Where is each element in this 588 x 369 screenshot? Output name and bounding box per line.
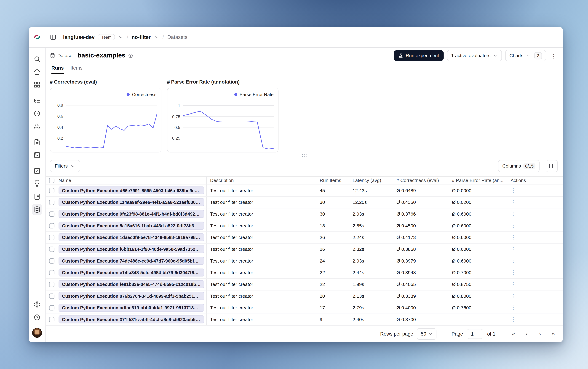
run-name-link[interactable]: Custom Python Execution 076b2704-341d-48…	[59, 292, 204, 300]
table-row[interactable]: Custom Python Execution 371f531c-abff-4d…	[46, 314, 563, 326]
row-actions-menu[interactable]: ⋮	[510, 235, 516, 240]
table-row[interactable]: Custom Python Execution 114aa9ef-29e6-4e…	[46, 197, 563, 208]
row-checkbox[interactable]	[49, 200, 54, 205]
page-input[interactable]	[467, 329, 483, 339]
row-checkbox[interactable]	[49, 235, 54, 240]
row-checkbox[interactable]	[49, 211, 54, 217]
search-icon[interactable]	[32, 54, 42, 64]
row-checkbox[interactable]	[49, 246, 54, 252]
table-row[interactable]: Custom Python Execution 5a15a616-1bab-44…	[46, 220, 563, 232]
correctness-value: Ø 0.3948	[393, 270, 449, 275]
breadcrumb-org[interactable]: langfuse-dev	[63, 34, 95, 40]
row-actions-menu[interactable]: ⋮	[510, 188, 516, 193]
latency-value: 2.24s	[349, 235, 393, 240]
table-view-icon[interactable]	[546, 160, 558, 172]
row-checkbox[interactable]	[49, 270, 54, 275]
run-name-link[interactable]: Custom Python Execution adfae619-abb0-4d…	[59, 304, 204, 312]
row-checkbox[interactable]	[49, 282, 54, 287]
run-name-link[interactable]: Custom Python Execution 114aa9ef-29e6-4e…	[59, 198, 204, 206]
correctness-value: Ø 0.3700	[393, 317, 449, 322]
run-items-value: 17	[317, 305, 349, 310]
row-checkbox[interactable]	[49, 305, 54, 310]
pagination: « ‹ › »	[509, 329, 558, 338]
row-checkbox[interactable]	[49, 294, 54, 299]
tab-runs[interactable]: Runs	[51, 65, 64, 74]
sidebar-toggle-icon[interactable]	[50, 34, 56, 40]
row-actions-menu[interactable]: ⋮	[510, 317, 516, 322]
latency-value: 1.99s	[349, 282, 393, 287]
run-name-link[interactable]: Custom Python Execution 1daec0f9-5e78-43…	[59, 234, 204, 242]
charts-dropdown[interactable]: Charts 2	[505, 50, 546, 61]
next-page-icon[interactable]: ›	[535, 329, 545, 338]
table-row[interactable]: Custom Python Execution 076b2704-341d-48…	[46, 290, 563, 302]
prompts-icon[interactable]	[32, 137, 42, 147]
run-description: Test our filter creator	[207, 200, 317, 205]
row-actions-menu[interactable]: ⋮	[510, 305, 516, 311]
table-row[interactable]: Custom Python Execution fe91b83e-04a5-47…	[46, 279, 563, 290]
settings-gear-icon[interactable]	[32, 299, 42, 310]
row-actions-menu[interactable]: ⋮	[510, 211, 516, 217]
tracing-icon[interactable]	[32, 95, 42, 106]
row-actions-menu[interactable]: ⋮	[510, 282, 516, 287]
run-name-link[interactable]: Custom Python Execution d66e7991-8595-45…	[59, 186, 204, 195]
run-experiment-button[interactable]: Run experiment	[394, 50, 444, 61]
row-checkbox[interactable]	[49, 258, 54, 264]
active-evaluators-dropdown[interactable]: 1 active evaluators	[447, 50, 502, 61]
app-window: langfuse-dev Team / no-filter / Datasets	[29, 27, 563, 342]
row-checkbox[interactable]	[49, 223, 54, 228]
row-checkbox[interactable]	[49, 188, 54, 193]
playground-icon[interactable]	[32, 150, 42, 160]
table-row[interactable]: Custom Python Execution d66e7991-8595-45…	[46, 185, 563, 197]
run-name-link[interactable]: Custom Python Execution 371f531c-abff-4d…	[59, 316, 204, 324]
table-row[interactable]: Custom Python Execution adfae619-abb0-4d…	[46, 302, 563, 314]
langfuse-logo-icon[interactable]	[29, 33, 45, 41]
user-avatar[interactable]	[32, 328, 42, 338]
table-row[interactable]: Custom Python Execution f6bb1614-1f90-40…	[46, 244, 563, 255]
first-page-icon[interactable]: «	[509, 329, 518, 338]
row-actions-menu[interactable]: ⋮	[510, 293, 516, 299]
info-icon[interactable]	[128, 53, 133, 58]
table-row[interactable]: Custom Python Execution e14fa348-5cfc-49…	[46, 267, 563, 279]
annotation-icon[interactable]	[32, 179, 42, 189]
chevron-down-icon[interactable]	[154, 35, 159, 39]
filters-button[interactable]: Filters	[50, 160, 80, 172]
run-name-link[interactable]: Custom Python Execution f6bb1614-1f90-40…	[59, 245, 204, 253]
breadcrumb-project[interactable]: no-filter	[132, 34, 151, 40]
chevron-down-icon[interactable]	[118, 35, 123, 39]
help-icon[interactable]	[32, 312, 42, 323]
table-row[interactable]: Custom Python Execution 74de488e-ec9d-47…	[46, 255, 563, 267]
row-actions-menu[interactable]: ⋮	[510, 246, 516, 252]
sessions-icon[interactable]	[32, 108, 42, 119]
table-row[interactable]: Custom Python Execution 1daec0f9-5e78-43…	[46, 232, 563, 244]
row-actions-menu[interactable]: ⋮	[510, 258, 516, 264]
header-actions-menu[interactable]: ⋮	[549, 53, 558, 58]
rows-per-page-select[interactable]: 50	[417, 328, 436, 340]
datasets-icon[interactable]	[32, 204, 42, 215]
breadcrumb-section[interactable]: Datasets	[167, 34, 187, 40]
legend-dot-icon	[234, 93, 237, 96]
run-name-link[interactable]: Custom Python Execution 74de488e-ec9d-47…	[59, 257, 204, 265]
users-icon[interactable]	[32, 121, 42, 132]
prev-page-icon[interactable]: ‹	[522, 329, 531, 338]
table-row[interactable]: Custom Python Execution 9fe23f98-881e-44…	[46, 208, 563, 220]
columns-button[interactable]: Columns 8/15	[498, 160, 539, 172]
run-name-link[interactable]: Custom Python Execution fe91b83e-04a5-47…	[59, 280, 204, 288]
home-icon[interactable]	[32, 67, 42, 77]
run-name-link[interactable]: Custom Python Execution 9fe23f98-881e-44…	[59, 210, 204, 218]
last-page-icon[interactable]: »	[549, 329, 558, 338]
database-icon	[50, 53, 55, 58]
row-actions-menu[interactable]: ⋮	[510, 199, 516, 205]
run-name-link[interactable]: Custom Python Execution e14fa348-5cfc-49…	[59, 269, 204, 277]
evaluators-icon[interactable]	[32, 191, 42, 202]
tab-items[interactable]: Items	[70, 65, 83, 74]
scores-icon[interactable]	[32, 166, 42, 176]
resize-handle[interactable]	[302, 154, 307, 157]
run-name-link[interactable]: Custom Python Execution 5a15a616-1bab-44…	[59, 222, 204, 230]
row-checkbox[interactable]	[49, 317, 54, 322]
flask-icon	[398, 53, 403, 58]
row-actions-menu[interactable]: ⋮	[510, 270, 516, 276]
row-actions-menu[interactable]: ⋮	[510, 223, 516, 228]
dashboards-icon[interactable]	[32, 80, 42, 90]
run-items-value: 22	[317, 282, 349, 287]
select-all-checkbox[interactable]	[49, 178, 54, 183]
